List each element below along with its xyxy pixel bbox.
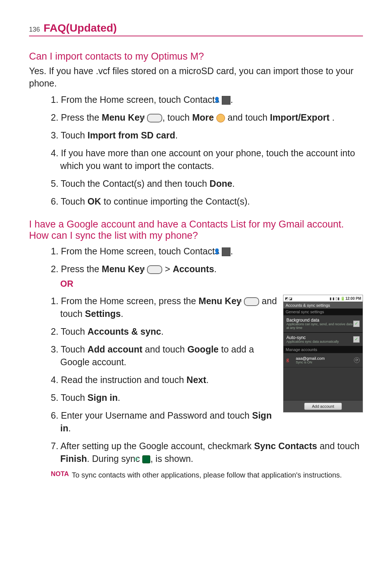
step: 1. From the Home screen, touch Contacts …: [51, 245, 363, 258]
step: 5. Touch the Contact(s) and then touch D…: [51, 177, 363, 190]
note-label: NOTA: [51, 470, 69, 478]
note-text: To sync contacts with other applications…: [72, 470, 342, 480]
screen-title: Accounts & sync settings: [283, 302, 363, 309]
menu-key-icon: [244, 297, 259, 306]
section-general: General sync settings: [283, 309, 363, 315]
sync-status-icon: ⟳: [354, 357, 360, 363]
contacts-icon: [222, 247, 230, 256]
google-icon: g: [286, 357, 293, 363]
checkbox-icon[interactable]: ✓: [353, 336, 360, 343]
screenshot-accounts-sync: ◩◪ ▮▮▯▮🔋12:00 PM Accounts & sync setting…: [283, 295, 363, 412]
status-bar: ◩◪ ▮▮▯▮🔋12:00 PM: [283, 295, 363, 302]
step: 4. If you have more than one account on …: [51, 147, 363, 172]
step: 6. Enter your Username and Password and …: [51, 409, 363, 435]
step: 1. From the Home screen, touch Contacts …: [51, 93, 363, 106]
faq2-steps-a: 1. From the Home screen, touch Contacts …: [29, 245, 363, 290]
checkbox-icon[interactable]: ✓: [353, 321, 360, 327]
more-icon: [216, 114, 225, 122]
contacts-icon: [222, 96, 230, 105]
add-account-button[interactable]: Add account: [304, 403, 342, 410]
menu-key-icon: [147, 114, 162, 122]
section-manage: Manage accounts: [283, 346, 363, 353]
step: 6. Touch OK to continue importing the Co…: [51, 195, 363, 208]
or-label: OR: [70, 278, 363, 290]
empty-area: [283, 367, 363, 400]
footer-bar: Add account: [283, 400, 363, 412]
step: 3. Touch Import from SD card.: [51, 129, 363, 142]
faq-question-1: Can I import contacts to my Optimus M?: [29, 51, 363, 62]
faq-question-2: I have a Google account and have a Conta…: [29, 219, 363, 241]
step: 2. Press the Menu Key > Accounts. OR: [51, 263, 363, 290]
sync-icon: [142, 455, 150, 463]
note: NOTA To sync contacts with other applica…: [29, 470, 363, 480]
faq1-steps: 1. From the Home screen, touch Contacts …: [29, 93, 363, 208]
page-header: 136 FAQ(Updated): [29, 22, 363, 36]
faq-answer-1-intro: Yes. If you have .vcf files stored on a …: [29, 65, 363, 90]
account-row[interactable]: g aaa@gmail.com Sync is ON ⟳: [283, 353, 363, 367]
step: 2. Press the Menu Key , touch More and t…: [51, 111, 363, 124]
page-number: 136: [29, 26, 40, 33]
item-background-data[interactable]: Background data Applications can sync, s…: [283, 315, 363, 333]
step: 7. After setting up the Google account, …: [51, 440, 363, 465]
item-auto-sync[interactable]: Auto-sync Applications sync data automat…: [283, 333, 363, 346]
page: 136 FAQ(Updated) Can I import contacts t…: [0, 0, 392, 509]
menu-key-icon: [147, 265, 162, 274]
page-title: FAQ(Updated): [44, 22, 117, 34]
